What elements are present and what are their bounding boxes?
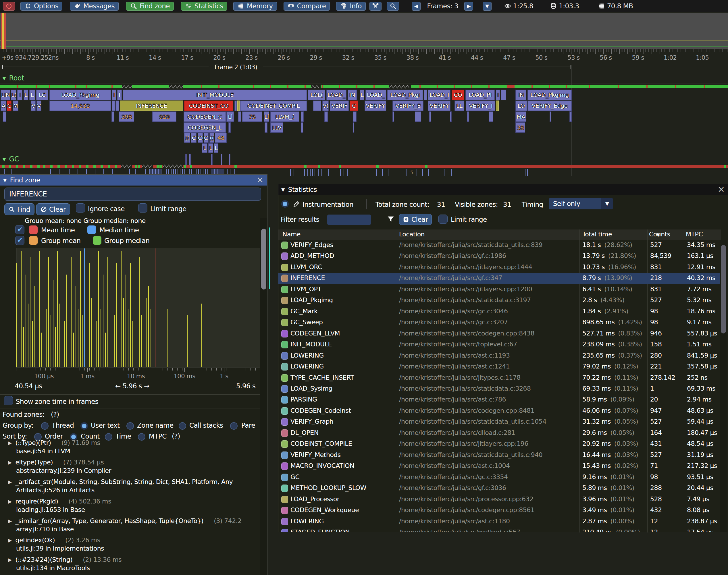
table-header[interactable]: NameLocationTotal time ▼CountsMTPC xyxy=(278,230,721,240)
timeline-zone-920[interactable]: 920 xyxy=(152,111,176,122)
timeline-zone-v[interactable]: V xyxy=(36,101,41,111)
timeline-zone-llvm[interactable]: LLVM_( xyxy=(270,111,299,122)
frame-label[interactable]: Frame 2 (1:03) xyxy=(208,64,263,71)
timeline-zone-c[interactable]: C xyxy=(350,101,358,111)
next-frame-button[interactable]: ▶ xyxy=(464,2,473,11)
timeline-zone[interactable] xyxy=(353,122,354,133)
find-zone-titlebar[interactable]: ▼ Find zone xyxy=(0,175,267,185)
table-row[interactable]: STAGED_FUNCTION/home/kristofferc/julia/s… xyxy=(278,527,721,532)
timeline-zone[interactable] xyxy=(237,101,240,111)
timeline-zone-ll[interactable]: Ll xyxy=(264,111,269,122)
collapse-triangle-icon[interactable]: ▼ xyxy=(2,75,6,81)
root-thread-header[interactable]: ▼ Root xyxy=(2,74,24,82)
timeline-zone-l[interactable] xyxy=(3,111,6,122)
timeline-zone-[interactable]: (( xyxy=(184,133,190,143)
timeline-zone-l[interactable] xyxy=(301,111,304,122)
group-by-option-label[interactable]: Call stacks xyxy=(189,421,223,429)
toolbar-button-memory[interactable]: Memory xyxy=(233,2,277,11)
instrumentation-radio[interactable] xyxy=(281,200,289,208)
toolbar-button-messages[interactable]: Messages xyxy=(70,2,119,11)
timeline-zone-l[interactable]: l xyxy=(17,90,23,100)
filter-input[interactable] xyxy=(327,214,371,225)
timeline-zone[interactable] xyxy=(234,101,237,111)
gc-event-tick[interactable] xyxy=(388,169,389,176)
timeline-zone-loadpkgi[interactable]: LOAD_Pkgi xyxy=(387,90,423,100)
histogram-range-span[interactable]: ← 5.96 s → xyxy=(115,382,150,390)
gc-event-tick[interactable] xyxy=(417,169,417,176)
gc-event-tick[interactable] xyxy=(347,169,348,176)
timeline-zone-verifyedge[interactable]: VERIFY_Edge xyxy=(527,101,572,111)
timeline-zone-load[interactable]: LOAD_ xyxy=(365,90,386,100)
timeline-zone[interactable] xyxy=(489,111,493,122)
collapse-triangle-icon[interactable]: ▼ xyxy=(3,177,7,183)
timeline-zone[interactable] xyxy=(111,111,114,122)
timeline-zone-v[interactable]: V xyxy=(31,101,36,111)
gc-event-tick[interactable] xyxy=(304,169,305,176)
timeline-zone[interactable] xyxy=(424,90,427,100)
gc-event-tick[interactable] xyxy=(340,169,341,176)
gc-event-tick[interactable] xyxy=(376,169,377,176)
gc-thread-header[interactable]: ▼ GC xyxy=(2,155,19,163)
timeline-zone-48[interactable]: 48 xyxy=(215,133,227,143)
find-button[interactable]: Find xyxy=(4,203,34,215)
timeline-zone-i[interactable]: I xyxy=(496,90,500,100)
search-input[interactable] xyxy=(4,188,261,201)
timeline-zone-l[interactable] xyxy=(112,101,115,111)
table-row[interactable]: VERIFY_Graph/home/kristofferc/julia/src/… xyxy=(278,416,721,427)
table-row[interactable]: CODEGEN_Workqueue/home/kristofferc/julia… xyxy=(278,505,721,516)
timeline-zone-14532[interactable]: 14,532 xyxy=(49,101,111,111)
timeline-zone-loadi[interactable]: LOAD_I xyxy=(428,90,451,100)
table-row[interactable]: LOWERING/home/kristofferc/julia/src/ast.… xyxy=(278,350,721,361)
show-zone-time-checkbox[interactable] xyxy=(4,396,13,405)
group-by-radio-call-stacks[interactable] xyxy=(179,422,186,430)
timeline-zone-inference[interactable]: INFERENCE xyxy=(120,101,183,111)
timeline-zone-c[interactable]: C( xyxy=(198,133,203,143)
column-header-name[interactable]: Name xyxy=(283,231,300,238)
timeline-zone[interactable] xyxy=(429,111,431,122)
timeline-zone[interactable] xyxy=(415,111,421,122)
statistics-scrollbar-thumb[interactable] xyxy=(721,245,726,334)
gc-event-tick[interactable] xyxy=(527,169,528,176)
timeline-zone-lin[interactable]: LIN xyxy=(1,90,10,100)
expand-triangle-icon[interactable]: ▶ xyxy=(8,479,12,485)
group-by-radio-zone-name[interactable] xyxy=(126,422,134,430)
found-zone-entry[interactable]: ▶_artifact_str(Module, String, SubString… xyxy=(8,478,233,485)
table-row[interactable]: CODEGEN_Codeinst/home/kristofferc/julia/… xyxy=(278,406,721,416)
limit-range-checkbox[interactable] xyxy=(138,203,147,212)
gc-event-tick[interactable] xyxy=(310,169,310,176)
expand-triangle-icon[interactable]: ▶ xyxy=(8,460,12,465)
table-row[interactable]: TYPE_CACHE_INSERT/home/kristofferc/julia… xyxy=(278,373,721,383)
gc-event-tick[interactable] xyxy=(318,169,319,176)
timeline-zone-c[interactable]: C xyxy=(7,101,11,111)
table-row[interactable]: INIT_MODULE/home/kristofferc/julia/src/t… xyxy=(278,339,721,350)
group-by-option-label[interactable]: User text xyxy=(91,421,120,429)
timeline-zone-verify[interactable]: VERIFY xyxy=(428,101,451,111)
table-row[interactable]: LOAD_Pkgimg/home/kristofferc/julia/src/s… xyxy=(278,295,721,306)
timeline-zone-l[interactable]: L xyxy=(214,143,218,153)
timeline-zone-l[interactable]: L( xyxy=(11,90,16,100)
expand-triangle-icon[interactable]: ▶ xyxy=(8,537,12,543)
timeline-zone-38[interactable]: 38 xyxy=(516,122,525,133)
toolbar-button-zoom[interactable] xyxy=(387,2,399,11)
timeline-zone-co[interactable]: CO xyxy=(452,90,464,100)
timeline-zone-i[interactable]: I xyxy=(117,90,122,100)
timeline-zone[interactable] xyxy=(496,101,499,111)
toolbar-button-options[interactable]: Options xyxy=(21,2,62,11)
gc-event-tick[interactable] xyxy=(290,169,291,176)
funnel-icon[interactable] xyxy=(387,215,395,223)
gc-event-tick[interactable] xyxy=(322,169,322,176)
timeline-zone-m[interactable]: M xyxy=(13,101,19,111)
table-row[interactable]: LLVM_ORC/home/kristofferc/julia/src/jitl… xyxy=(278,262,721,273)
gc-event-tick[interactable] xyxy=(444,169,444,176)
gc-event-tick[interactable] xyxy=(525,169,525,176)
timeline-zone-lo[interactable]: LO xyxy=(516,101,527,111)
sort-by-option-label[interactable]: MTPC xyxy=(149,433,167,440)
table-row[interactable]: CODEINST_COMPILE/home/kristofferc/julia/… xyxy=(278,439,721,449)
timeline-zone-initmodule[interactable]: INIT_MODULE xyxy=(123,90,307,100)
timeline-zone[interactable] xyxy=(228,122,231,133)
collapse-triangle-icon[interactable]: ▼ xyxy=(2,156,6,162)
table-row[interactable]: PARSING/home/kristofferc/julia/src/ast.c… xyxy=(278,394,721,405)
expand-triangle-icon[interactable]: ▶ xyxy=(8,440,12,446)
table-row[interactable]: LLVM_OPT/home/kristofferc/julia/src/jitl… xyxy=(278,284,721,295)
timeline-zone-ll[interactable]: LL xyxy=(455,101,464,111)
